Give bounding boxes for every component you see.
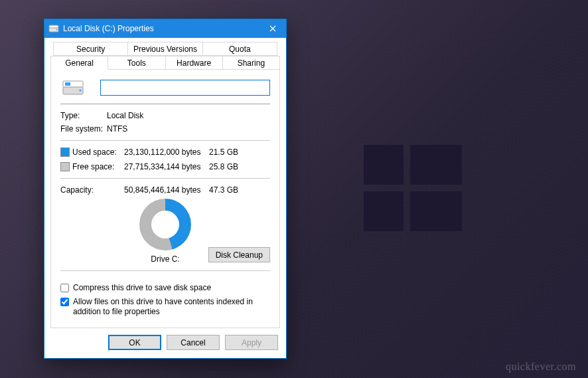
compress-checkbox[interactable] xyxy=(60,284,69,292)
free-bytes: 27,715,334,144 bytes xyxy=(124,162,209,171)
filesystem-value: NTFS xyxy=(107,124,270,134)
free-label: Free space: xyxy=(72,162,124,171)
titlebar[interactable]: Local Disk (C:) Properties xyxy=(44,19,286,38)
tab-hardware[interactable]: Hardware xyxy=(165,56,223,70)
close-icon xyxy=(269,25,276,32)
svg-rect-1 xyxy=(49,25,58,28)
watermark: quickfever.com xyxy=(506,361,576,373)
volume-name-input[interactable] xyxy=(100,80,270,96)
apply-button[interactable]: Apply xyxy=(225,335,278,350)
used-label: Used space: xyxy=(72,147,124,157)
tab-general[interactable]: General xyxy=(50,56,108,70)
compress-label[interactable]: Compress this drive to save disk space xyxy=(73,283,211,293)
used-swatch xyxy=(60,147,70,157)
usage-donut-chart xyxy=(139,199,191,250)
tab-quota[interactable]: Quota xyxy=(202,42,277,56)
window-title: Local Disk (C:) Properties xyxy=(63,24,259,33)
close-button[interactable] xyxy=(259,19,286,38)
tab-previous-versions[interactable]: Previous Versions xyxy=(127,42,202,56)
svg-point-6 xyxy=(79,89,81,91)
capacity-human: 47.3 GB xyxy=(209,185,248,195)
tab-security[interactable]: Security xyxy=(53,42,128,56)
tab-sharing[interactable]: Sharing xyxy=(222,56,280,70)
disk-cleanup-button[interactable]: Disk Cleanup xyxy=(208,247,270,262)
filesystem-label: File system: xyxy=(60,124,107,134)
index-checkbox[interactable] xyxy=(60,298,69,306)
free-human: 25.8 GB xyxy=(209,162,248,171)
drive-large-icon xyxy=(62,78,86,97)
ok-button[interactable]: OK xyxy=(108,335,161,350)
used-bytes: 23,130,112,000 bytes xyxy=(124,147,209,157)
svg-rect-5 xyxy=(65,82,70,86)
free-swatch xyxy=(60,162,70,171)
drive-caption: Drive C: xyxy=(151,254,179,264)
used-human: 21.5 GB xyxy=(209,147,248,157)
drive-icon xyxy=(48,23,59,34)
type-label: Type: xyxy=(60,111,107,120)
general-panel: Type: Local Disk File system: NTFS Used … xyxy=(50,69,280,328)
dialog-buttons: OK Cancel Apply xyxy=(44,328,286,358)
capacity-label: Capacity: xyxy=(60,185,124,195)
svg-point-2 xyxy=(56,29,58,31)
index-label[interactable]: Allow files on this drive to have conten… xyxy=(73,297,270,317)
type-value: Local Disk xyxy=(107,111,270,120)
cancel-button[interactable]: Cancel xyxy=(167,335,220,350)
windows-logo xyxy=(364,145,462,231)
capacity-bytes: 50,845,446,144 bytes xyxy=(124,185,209,195)
properties-dialog: Local Disk (C:) Properties Security Prev… xyxy=(44,19,287,359)
tab-strip: Security Previous Versions Quota General… xyxy=(50,42,280,70)
tab-tools[interactable]: Tools xyxy=(108,56,165,70)
